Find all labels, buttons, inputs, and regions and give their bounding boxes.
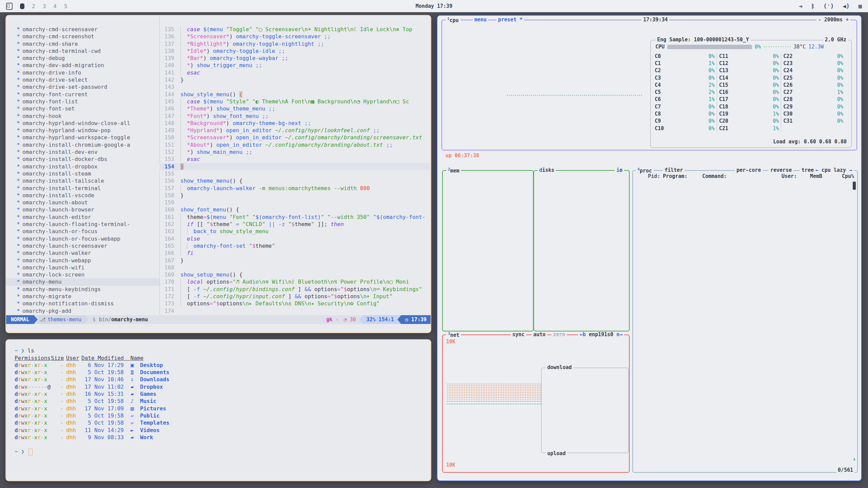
code-line[interactable]: 170▏ local options="♬ Audio\n≋ Wifi\nᛒ B… bbox=[159, 278, 431, 285]
dir-name[interactable]: ▨Pictures bbox=[124, 405, 431, 412]
code-line[interactable]: 171▏ [ -f ~/.config/hypr/bindings.conf ]… bbox=[159, 286, 431, 293]
neovim-window[interactable]: *omarchy-cmd-screensaver*omarchy-cmd-scr… bbox=[5, 15, 431, 333]
tab-mem[interactable]: 2mem bbox=[446, 167, 461, 174]
code-line[interactable]: 154} bbox=[159, 163, 431, 170]
scrollbar-thumb[interactable] bbox=[853, 182, 856, 190]
code-line[interactable]: 158} bbox=[159, 192, 431, 199]
code-line[interactable]: 152▏ *) show_main_menu ;; bbox=[159, 148, 431, 156]
file-item[interactable]: *omarchy-font-list bbox=[6, 98, 159, 105]
file-item[interactable]: *omarchy-cmd-terminal-cwd bbox=[6, 47, 159, 55]
tab-disks[interactable]: disks bbox=[537, 167, 556, 173]
file-item[interactable]: *omarchy-launch-webapp bbox=[6, 257, 159, 264]
reverse-toggle[interactable]: reverse bbox=[769, 167, 793, 173]
code-line[interactable]: 146▏ *Theme*) show_theme_menu ;; bbox=[159, 105, 431, 112]
code-line[interactable]: 150▏ *Screensaver*) open_in_editor ~/.co… bbox=[159, 134, 431, 141]
tab-proc[interactable]: 4proc bbox=[636, 167, 654, 174]
file-item[interactable]: *omarchy-hyprland-window-pop bbox=[6, 127, 159, 134]
tab-cpu[interactable]: 1cpu bbox=[446, 17, 460, 23]
process-header[interactable]: Pid: Program: Command: User: MemB Cpu% ↑ bbox=[633, 173, 857, 180]
file-item[interactable]: *omarchy-install-vscode bbox=[6, 192, 159, 199]
file-item[interactable]: *omarchy-hook bbox=[6, 113, 159, 120]
file-item[interactable]: *omarchy-cmd-screenshot bbox=[6, 33, 159, 40]
dir-name[interactable]: ♪Music bbox=[124, 398, 431, 405]
workspace-2[interactable]: 2 bbox=[32, 3, 35, 9]
volume-icon[interactable]: ◀) bbox=[843, 3, 849, 9]
net-sync-toggle[interactable]: sync bbox=[511, 331, 526, 338]
logout-icon[interactable]: ⇥ bbox=[799, 3, 802, 9]
code-line[interactable]: 159 bbox=[159, 199, 431, 206]
code-line[interactable]: 168 bbox=[159, 264, 431, 271]
file-item[interactable]: *omarchy-drive-select bbox=[6, 76, 159, 83]
dir-name[interactable]: ►Videos bbox=[124, 427, 431, 434]
file-item[interactable]: *omarchy-drive-set-password bbox=[6, 83, 159, 90]
file-item[interactable]: *omarchy-install-terminal bbox=[6, 185, 159, 192]
net-zero-toggle[interactable]: zero bbox=[551, 331, 567, 338]
code-line[interactable]: 155 bbox=[159, 170, 431, 177]
code-line[interactable]: 166▏ fi bbox=[159, 249, 431, 257]
code-line[interactable]: 151▏ *About*) open_in_editor ~/.config/o… bbox=[159, 141, 431, 148]
code-line[interactable]: 136▏ *Screensaver*) omarchy-toggle-scree… bbox=[159, 33, 431, 40]
code-line[interactable]: 142} bbox=[159, 76, 431, 83]
file-item[interactable]: *omarchy-pkg-add bbox=[6, 307, 159, 314]
file-item[interactable]: *omarchy-install-tailscale bbox=[6, 177, 159, 184]
code-line[interactable]: 135▏ case $(menu "Toggle" "▢ Screensaver… bbox=[159, 26, 431, 33]
file-item[interactable]: *omarchy-notification-dismiss bbox=[6, 300, 159, 307]
file-item[interactable]: *omarchy-launch-screensaver bbox=[6, 242, 159, 249]
file-item[interactable]: *omarchy-install-dropbox bbox=[6, 163, 159, 170]
code-line[interactable]: 137▏ *Nightlight*) omarchy-toggle-nightl… bbox=[159, 40, 431, 47]
btop-window[interactable]: 1cpu menu preset * 17:39:34 - 2000ms + E… bbox=[437, 15, 862, 481]
dir-name[interactable]: ▱Public bbox=[124, 412, 431, 419]
code-line[interactable]: 165▏ ▏ omarchy-font-set "$theme" bbox=[159, 242, 431, 249]
shell-prompt[interactable]: ~ ❯ bbox=[6, 448, 431, 455]
wifi-icon[interactable]: (ˑ) bbox=[824, 3, 834, 9]
net-interface-switcher[interactable]: ←b enp191s0 n→ bbox=[578, 331, 624, 338]
code-line[interactable]: 162▏ if [[ "$theme" = "CNCLD" || -z "$th… bbox=[159, 221, 431, 228]
dir-name[interactable]: ▰Work bbox=[124, 434, 431, 441]
code-line[interactable]: 163▏ ▏ back_to show_style_menu bbox=[159, 228, 431, 235]
code-line[interactable]: 145▏ case $(menu "Style" "◐ Theme\nA Fon… bbox=[159, 98, 431, 105]
net-auto-toggle[interactable]: auto bbox=[532, 331, 547, 338]
workspace-4[interactable]: 4 bbox=[53, 3, 57, 9]
code-buffer[interactable]: 135▏ case $(menu "Toggle" "▢ Screensaver… bbox=[159, 26, 431, 314]
code-line[interactable]: 138▏ *Idle*) omarchy-toggle-idle ;; bbox=[159, 47, 431, 55]
code-line[interactable]: 139▏ *Bar*) omarchy-toggle-waybar ;; bbox=[159, 55, 431, 62]
file-item[interactable]: *omarchy-font-set bbox=[6, 105, 159, 112]
file-item[interactable]: *omarchy-debug bbox=[6, 55, 159, 62]
dir-name[interactable]: ▱Templates bbox=[124, 419, 431, 426]
file-item[interactable]: *omarchy-migrate bbox=[6, 293, 159, 300]
sort-selector[interactable]: ← cpu lazy → bbox=[814, 167, 854, 173]
preset-button[interactable]: preset * bbox=[496, 17, 524, 23]
file-item[interactable]: *omarchy-cmd-screensaver bbox=[6, 26, 159, 33]
file-item[interactable]: *omarchy-menu-keybindings bbox=[6, 286, 159, 293]
file-item[interactable]: *omarchy-cmd-share bbox=[6, 40, 159, 47]
dir-name[interactable]: ≣Documents bbox=[124, 369, 431, 376]
file-item[interactable]: *omarchy-drive-info bbox=[6, 69, 159, 76]
code-line[interactable]: 167} bbox=[159, 257, 431, 264]
file-item[interactable]: *omarchy-launch-floating-terminal- bbox=[6, 221, 159, 228]
file-item[interactable]: *omarchy-hyprland-window-close-all bbox=[6, 120, 159, 127]
code-line[interactable]: 169show_setup_menu() { bbox=[159, 271, 431, 278]
code-line[interactable]: 141▏ esac bbox=[159, 69, 431, 76]
bluetooth-icon[interactable]: ᛒ bbox=[811, 3, 814, 9]
file-item[interactable]: *omarchy-install-dev-env bbox=[6, 148, 159, 156]
code-line[interactable]: 160show_font_menu() { bbox=[159, 206, 431, 213]
file-item[interactable]: *omarchy-install-docker-dbs bbox=[6, 156, 159, 163]
file-item[interactable]: *omarchy-launch-about bbox=[6, 199, 159, 206]
file-item[interactable]: *omarchy-menu bbox=[6, 278, 159, 285]
tab-net[interactable]: 3net bbox=[446, 331, 461, 338]
file-item[interactable]: *omarchy-launch-or-focus bbox=[6, 228, 159, 235]
workspace-5[interactable]: 5 bbox=[64, 3, 67, 9]
workspace-3[interactable]: 3 bbox=[43, 3, 46, 9]
file-item[interactable]: *omarchy-launch-wifi bbox=[6, 264, 159, 271]
file-item[interactable]: *omarchy-lock-screen bbox=[6, 271, 159, 278]
per-core-toggle[interactable]: per-core bbox=[735, 167, 763, 173]
code-line[interactable]: 164▏ else bbox=[159, 235, 431, 242]
file-item[interactable]: *omarchy-hyprland-workspace-toggle bbox=[6, 134, 159, 141]
code-line[interactable]: 153▏ esac bbox=[159, 156, 431, 163]
code-line[interactable]: 149▏ *Hyprland*) open_in_editor ~/.confi… bbox=[159, 127, 431, 134]
code-line[interactable]: 156show_theme_menu() { bbox=[159, 177, 431, 184]
update-interval[interactable]: - 2000ms + bbox=[816, 17, 850, 23]
cpu-chip-icon[interactable]: ▦ bbox=[859, 3, 862, 9]
terminal-window[interactable]: ~ ❯ lsPermissionsSizeUserDate Modified N… bbox=[5, 339, 431, 481]
file-item[interactable]: *omarchy-launch-or-focus-webapp bbox=[6, 235, 159, 242]
